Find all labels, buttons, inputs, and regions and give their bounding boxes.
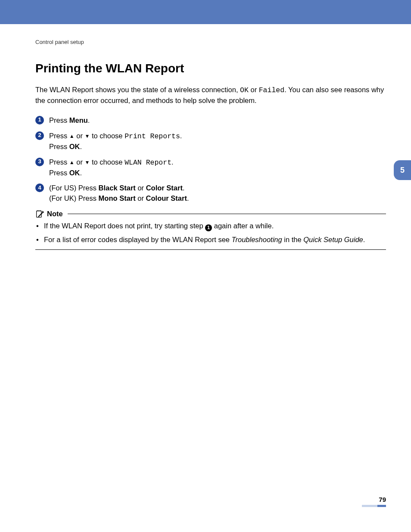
text: . [80, 169, 82, 177]
text: . [88, 116, 90, 124]
note-block: Note If the WLAN Report does not print, … [35, 210, 386, 250]
page: 5 Control panel setup Printing the WLAN … [0, 0, 411, 532]
step-number-icon: 4 [35, 184, 44, 192]
section-header: Control panel setup [35, 39, 386, 45]
key-mono-start: Mono Start [99, 194, 136, 202]
up-arrow-icon: ▲ [69, 133, 75, 140]
text: or [75, 158, 85, 166]
menu-option: WLAN Report [125, 159, 171, 167]
text: Press [49, 132, 69, 140]
text: . [80, 143, 82, 150]
note-rule-bottom [35, 249, 386, 250]
content: Control panel setup Printing the WLAN Re… [0, 24, 411, 250]
step-number-icon: 3 [35, 158, 44, 166]
step-3: 3 Press ▲ or ▼ to choose WLAN Report. Pr… [35, 157, 386, 178]
text: Press [49, 158, 69, 166]
note-label: Note [47, 210, 63, 218]
note-rule [68, 214, 386, 214]
chapter-tab: 5 [394, 160, 411, 180]
text: Press [49, 116, 69, 124]
text: (For UK) Press [49, 194, 99, 202]
text: to choose [90, 158, 125, 166]
text: or [136, 194, 146, 202]
text: If the WLAN Report does not print, try s… [44, 222, 205, 230]
ref-troubleshooting: Troubleshooting [232, 236, 282, 243]
text: or [75, 132, 85, 140]
step-ref-icon: 1 [205, 224, 212, 231]
up-arrow-icon: ▲ [69, 159, 75, 166]
text: . [180, 132, 182, 140]
text: Press [49, 169, 69, 177]
step-number-icon: 1 [35, 116, 44, 124]
note-item: If the WLAN Report does not print, try s… [43, 221, 386, 232]
text: to choose [90, 132, 125, 140]
down-arrow-icon: ▼ [85, 159, 90, 166]
key-menu: Menu [69, 116, 88, 124]
page-title: Printing the WLAN Report [35, 62, 386, 75]
text: . [183, 184, 185, 192]
key-colour-start: Colour Start [146, 194, 187, 202]
note-item: For a list of error codes displayed by t… [43, 234, 386, 246]
code-ok: OK [240, 86, 249, 94]
step-number-icon: 2 [35, 131, 44, 140]
step-1: 1 Press Menu. [35, 115, 386, 126]
text: . [187, 194, 189, 202]
text: The WLAN Report shows you the state of a… [35, 86, 240, 93]
step-4: 4 (For US) Press Black Start or Color St… [35, 183, 386, 204]
text: . [363, 236, 365, 243]
header-bar [0, 0, 411, 24]
menu-option: Print Reports [125, 132, 180, 140]
code-failed: Failed [259, 86, 284, 94]
note-list: If the WLAN Report does not print, try s… [43, 221, 386, 245]
text: Press [49, 143, 69, 150]
text: in the [282, 236, 304, 243]
note-icon [35, 210, 44, 218]
key-ok: OK [69, 169, 80, 177]
key-color-start: Color Start [146, 184, 183, 192]
step-2: 2 Press ▲ or ▼ to choose Print Reports. … [35, 131, 386, 152]
page-number: 79 [362, 496, 386, 503]
text: or [249, 86, 259, 93]
footer-accent [362, 505, 386, 507]
step-list: 1 Press Menu. 2 Press ▲ or ▼ to choose P… [35, 115, 386, 204]
intro-paragraph: The WLAN Report shows you the state of a… [35, 85, 386, 106]
down-arrow-icon: ▼ [85, 133, 90, 140]
text: again after a while. [212, 222, 274, 230]
page-footer: 79 [362, 496, 386, 507]
text: or [136, 184, 146, 192]
text: . [171, 158, 174, 166]
key-black-start: Black Start [99, 184, 136, 192]
text: For a list of error codes displayed by t… [44, 236, 232, 243]
text: (For US) Press [49, 184, 99, 192]
ref-quick-setup-guide: Quick Setup Guide [303, 236, 363, 243]
key-ok: OK [69, 143, 80, 150]
